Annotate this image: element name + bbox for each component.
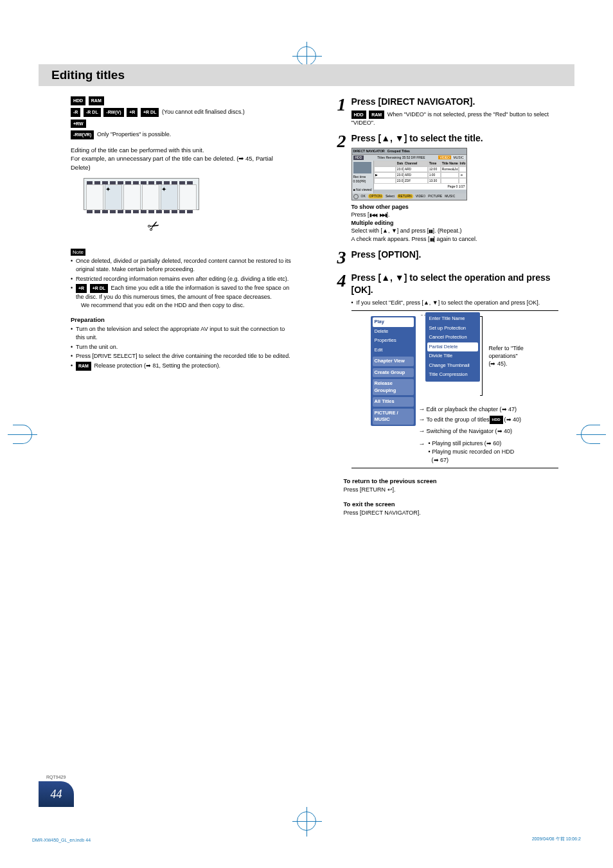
mi-creategroup: Create Group <box>373 368 414 378</box>
mi-setprot: Set up Protection <box>427 324 478 333</box>
footer-rqt: RQT9429 <box>46 775 66 779</box>
badge-plusr: +R <box>127 108 138 117</box>
step-4: 4 Press [▲, ▼] to select the operation a… <box>337 272 559 471</box>
nav-table: Date Channel Time Title Name Info 23.01 … <box>374 161 466 184</box>
col-time: Time <box>428 161 441 166</box>
preparation-heading: Preparation <box>71 315 292 324</box>
badge-rwvr: -RW(VR) <box>71 130 94 139</box>
nav-tab-music: MUSIC <box>452 155 465 159</box>
nav-select: Select <box>386 194 395 199</box>
pause-icon <box>430 236 434 242</box>
option-menu-right: Enter Title Name Set up Protection Cance… <box>425 312 480 382</box>
arrow-group: To edit the group of titles HDD (➡ 40) <box>419 415 522 424</box>
cell <box>441 172 459 178</box>
intro-p2: For example, an unnecessary part of the … <box>71 154 292 172</box>
step-1-title: Press [DIRECT NAVIGATOR]. <box>351 96 559 109</box>
cell <box>459 178 466 184</box>
pic-bullet-2: • Playing music recorded on HDD <box>429 448 515 456</box>
col-titlename: Title Name <box>441 161 459 166</box>
left-column: HDD RAM -R -R DL -RW(V) +R +R DL (You ca… <box>39 96 308 517</box>
divider <box>351 310 559 311</box>
nav-remaining: Titles Remaining 35:52 DR FREE <box>377 155 425 160</box>
pic-bullet-1: • Playing still pictures (➡ 60) <box>429 439 502 448</box>
section-title: Editing titles <box>51 68 562 82</box>
note-item: +R +R DL Each time you edit a title the … <box>71 284 292 309</box>
prep-item: Press [DRIVE SELECT] to select the drive… <box>71 352 292 360</box>
nav-subtitle: Grouped Titles <box>387 149 410 154</box>
cell: 1:00 <box>428 172 441 178</box>
mi-releasegrouping: Release Grouping <box>373 379 414 395</box>
cell: 12:00 <box>428 166 441 172</box>
prep-item: Turn on the television and select the ap… <box>71 325 292 341</box>
step-1: 1 Press [DIRECT NAVIGATOR]. HDD RAM When… <box>337 96 559 127</box>
step-4-sub: If you select "Edit", press [▲, ▼] to se… <box>351 299 559 307</box>
cell: Romeo&Juliet (130x87pt) <box>441 166 459 172</box>
page-content: Editing titles HDD RAM -R -R DL -RW(V) +… <box>39 64 574 517</box>
navigator-screenshot: DIRECT NAVIGATOR Grouped Titles HDD Titl… <box>351 148 467 200</box>
exit-head: To exit the screen <box>344 500 559 508</box>
cell <box>441 178 459 184</box>
section-title-bar: Editing titles <box>39 64 574 86</box>
footer-filename: DMR-XW450_GL_en.indb 44 <box>32 838 91 842</box>
nav-picture: PICTURE <box>428 194 442 199</box>
crop-mark-bottom <box>297 811 316 831</box>
return-block: To return to the previous screen Press [… <box>337 477 559 493</box>
media-badges-row4: -RW(VR) Only "Properties" is possible. <box>71 130 292 139</box>
badge-plusrw: +RW <box>71 120 86 128</box>
return-head: To return to the previous screen <box>344 477 559 485</box>
bt2: operations" <box>489 353 518 359</box>
badge-plusrdl: +R DL <box>141 108 159 117</box>
arrow-chapter-text: Edit or playback the chapter (➡ 47) <box>427 405 517 414</box>
cell: ARD <box>404 166 428 172</box>
col-blank <box>374 161 396 166</box>
cell: 13:30 <box>428 178 441 184</box>
prep-item: Turn the unit on. <box>71 343 292 351</box>
step-3-title: Press [OPTION]. <box>351 249 559 261</box>
crop-mark-top <box>297 46 316 66</box>
multi-edit-body1: Select with [▲, ▼] and press []. (Repeat… <box>351 227 559 235</box>
media-badges-row2: -R -R DL -RW(V) +R +R DL (You cannot edi… <box>71 107 292 117</box>
step-4-title: Press [▲, ▼] to select the operation and… <box>351 272 559 297</box>
nav-thumb <box>353 162 371 173</box>
badge-hdd: HDD <box>71 96 85 105</box>
badge-r: -R <box>71 108 80 117</box>
cell <box>374 166 396 172</box>
option-menu-diagram: Play Delete Properties Edit Chapter View… <box>351 316 559 464</box>
mi-play: Play <box>373 317 414 327</box>
mi-titlecomp: Title Compression <box>427 370 478 380</box>
pause-icon <box>429 227 432 234</box>
bracket-text: Refer to "Title operations" (➡ 45). <box>489 345 524 368</box>
ok-icon <box>353 194 359 199</box>
exit-block: To exit the screen Press [DIRECT NAVIGAT… <box>337 500 559 517</box>
nav-return: RETURN <box>397 194 413 199</box>
option-menu-left: Play Delete Properties Edit Chapter View… <box>371 316 416 426</box>
step-3: 3 Press [OPTION]. <box>337 249 559 267</box>
badge-plusrdl-inline: +R DL <box>90 284 108 293</box>
pic1-text: Playing still pictures (➡ 60) <box>432 440 501 447</box>
intro-p1: Editing of the title can be performed wi… <box>71 146 292 154</box>
cell: 23.01 <box>396 172 404 178</box>
opt-menu-right-box: Enter Title Name Set up Protection Cance… <box>425 312 480 382</box>
note-item: Once deleted, divided or partially delet… <box>71 257 292 273</box>
two-column-layout: HDD RAM -R -R DL -RW(V) +R +R DL (You ca… <box>39 96 574 517</box>
return-icon <box>387 486 393 493</box>
mi-divide: Divide Title <box>427 351 478 361</box>
nav-hdd: HDD <box>353 155 364 160</box>
step-number: 1 <box>337 96 351 114</box>
badge-rdl: -R DL <box>84 108 101 117</box>
badge-hdd-s1: HDD <box>351 111 366 120</box>
bt1: Refer to "Title <box>489 345 524 351</box>
multi-edit-head: Multiple editing <box>351 219 559 227</box>
notes-list: Once deleted, divided or partially delet… <box>71 257 292 309</box>
note-label: Note <box>71 249 85 256</box>
cell <box>374 178 396 184</box>
multi-edit-body2: A check mark appears. Press [] again to … <box>351 235 559 244</box>
mi-properties: Properties <box>373 336 414 346</box>
footer-date: 2009/04/08 午前 10:06:2 <box>532 836 581 842</box>
step-4-subtext: If you select "Edit", press [▲, ▼] to se… <box>351 299 559 307</box>
opt-menu-left-box: Play Delete Properties Edit Chapter View… <box>371 316 416 426</box>
exit-body: Press [DIRECT NAVIGATOR]. <box>344 509 559 517</box>
filmstrip-illustration: ✦✦ ✂ <box>84 178 225 242</box>
nav-left-label: 0:00(PR) <box>353 179 372 184</box>
next-icon <box>380 211 387 218</box>
